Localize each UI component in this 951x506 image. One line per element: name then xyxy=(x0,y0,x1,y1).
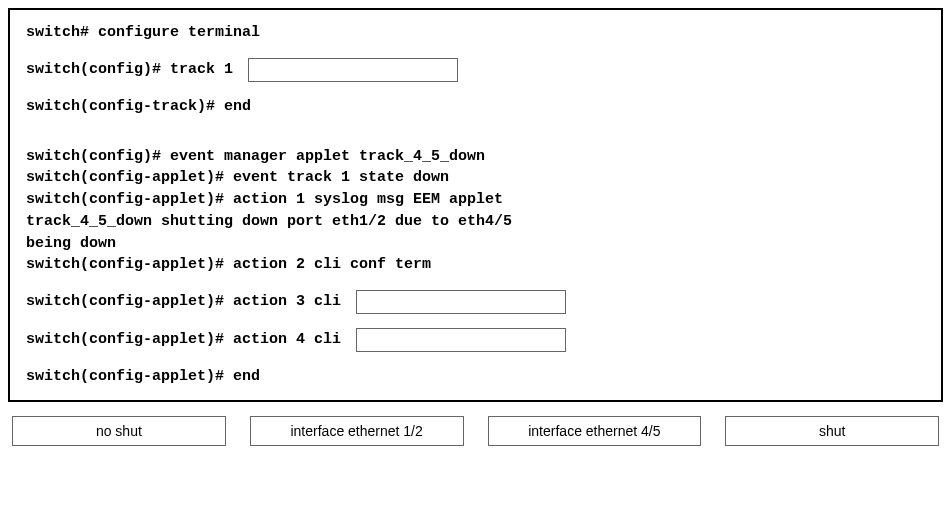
cli-text: being down xyxy=(26,233,116,255)
cli-text: switch(config-track)# end xyxy=(26,96,251,118)
cli-text: switch(config-applet)# action 4 cli xyxy=(26,329,350,351)
cli-text: switch# configure terminal xyxy=(26,22,260,44)
cli-line: switch(config-applet)# action 4 cli xyxy=(26,328,925,352)
cli-text: switch(config-applet)# action 3 cli xyxy=(26,291,350,313)
track-object-blank[interactable] xyxy=(248,58,458,82)
cli-line: switch(config)# track 1 xyxy=(26,58,925,82)
cli-text: switch(config-applet)# end xyxy=(26,366,260,388)
cli-text: switch(config-applet)# event track 1 sta… xyxy=(26,167,449,189)
cli-line: switch(config-applet)# action 2 cli conf… xyxy=(26,254,925,276)
cli-text: track_4_5_down shutting down port eth1/2… xyxy=(26,211,512,233)
cli-text: switch(config)# track 1 xyxy=(26,59,242,81)
cli-line: switch(config-applet)# event track 1 sta… xyxy=(26,167,925,189)
action-3-blank[interactable] xyxy=(356,290,566,314)
cli-line: track_4_5_down shutting down port eth1/2… xyxy=(26,211,925,233)
cli-line: switch(config-applet)# action 1 syslog m… xyxy=(26,189,925,211)
cli-line: switch# configure terminal xyxy=(26,22,925,44)
action-4-blank[interactable] xyxy=(356,328,566,352)
option-interface-ethernet-1-2[interactable]: interface ethernet 1/2 xyxy=(250,416,464,446)
cli-line: switch(config-track)# end xyxy=(26,96,925,118)
option-no-shut[interactable]: no shut xyxy=(12,416,226,446)
cli-text: switch(config)# event manager applet tra… xyxy=(26,146,485,168)
cli-line: switch(config)# event manager applet tra… xyxy=(26,146,925,168)
cli-line: switch(config-applet)# end xyxy=(26,366,925,388)
draggable-options-row: no shut interface ethernet 1/2 interface… xyxy=(8,416,943,446)
terminal-config-box: switch# configure terminal switch(config… xyxy=(8,8,943,402)
cli-line: being down xyxy=(26,233,925,255)
cli-text: switch(config-applet)# action 1 syslog m… xyxy=(26,189,503,211)
cli-text: switch(config-applet)# action 2 cli conf… xyxy=(26,254,431,276)
option-shut[interactable]: shut xyxy=(725,416,939,446)
cli-line: switch(config-applet)# action 3 cli xyxy=(26,290,925,314)
option-interface-ethernet-4-5[interactable]: interface ethernet 4/5 xyxy=(488,416,702,446)
